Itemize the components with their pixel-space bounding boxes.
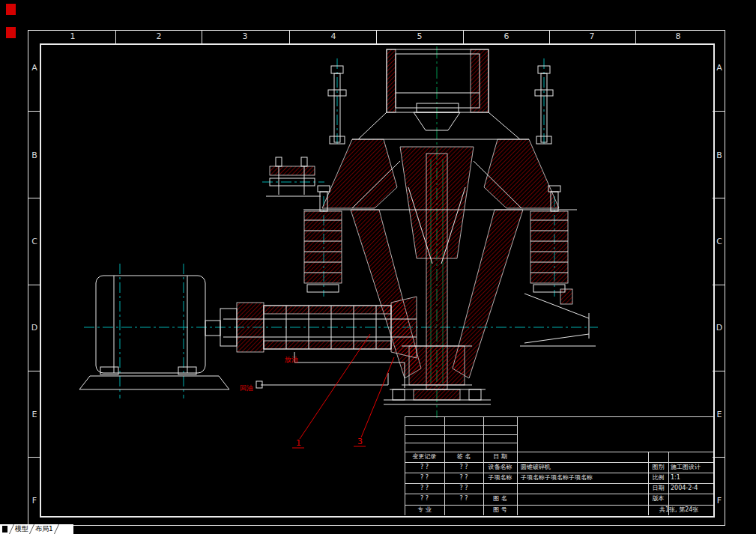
tb-subitem-label: 子项名称 <box>483 473 517 483</box>
tb-change-record: 变更记录 <box>405 452 444 462</box>
tb-version-label: 版本 <box>648 494 668 504</box>
title-block: 变更记录 签 名 日 期 ? ? ? ? 设备名称 圆锥破碎机 图别 施工图设计… <box>405 416 713 515</box>
tb-subitem-value: 子项名称子项名称子项名称 <box>521 473 593 483</box>
tb-placeholder: ? ? <box>444 462 483 473</box>
tab-model[interactable]: 模型 <box>13 524 30 534</box>
tb-placeholder: ? ? <box>405 494 444 504</box>
balloon-3: 3 <box>357 437 363 446</box>
layout-tab-bar: 模型 布局1 <box>0 524 73 534</box>
tb-sheet-info: 共1张, 第24张 <box>659 505 698 515</box>
tb-signature: 签 名 <box>444 452 483 462</box>
balloon-1: 1 <box>296 438 301 448</box>
tab-layout1[interactable]: 布局1 <box>34 524 55 534</box>
tb-date-header: 日 期 <box>483 452 517 462</box>
tab-control-icon[interactable] <box>2 526 7 533</box>
tb-placeholder: ? ? <box>444 473 483 483</box>
tb-date-value: 2004-2-4 <box>671 483 698 494</box>
cad-viewport[interactable]: 1 2 3 4 5 6 7 8 A B C D E F A B C D E F <box>0 0 756 534</box>
label-return-oil: 回油 <box>240 384 253 392</box>
tb-scale-label: 比例 <box>648 473 668 483</box>
label-drain-oil: 放油 <box>285 356 298 363</box>
tb-drawing-number-label: 图 号 <box>483 505 517 515</box>
tb-placeholder: ? ? <box>444 483 483 494</box>
tb-category-label: 图别 <box>648 462 668 473</box>
tb-date-label: 日期 <box>648 483 668 494</box>
tb-placeholder: ? ? <box>405 473 444 483</box>
tab-separator <box>54 524 59 534</box>
tb-scale-value: 1:1 <box>671 473 680 483</box>
tb-device-label: 设备名称 <box>483 462 517 473</box>
tb-profession-label: 专 业 <box>405 505 444 515</box>
leader-lines <box>292 334 394 448</box>
tb-placeholder: ? ? <box>405 462 444 473</box>
tb-device-value: 圆锥破碎机 <box>521 462 551 473</box>
section-hatch <box>237 49 572 400</box>
tb-drawing-name-label: 图 名 <box>483 494 517 504</box>
tb-placeholder: ? ? <box>444 494 483 504</box>
tb-placeholder: ? ? <box>405 483 444 494</box>
tb-category-value: 施工图设计 <box>671 462 701 473</box>
